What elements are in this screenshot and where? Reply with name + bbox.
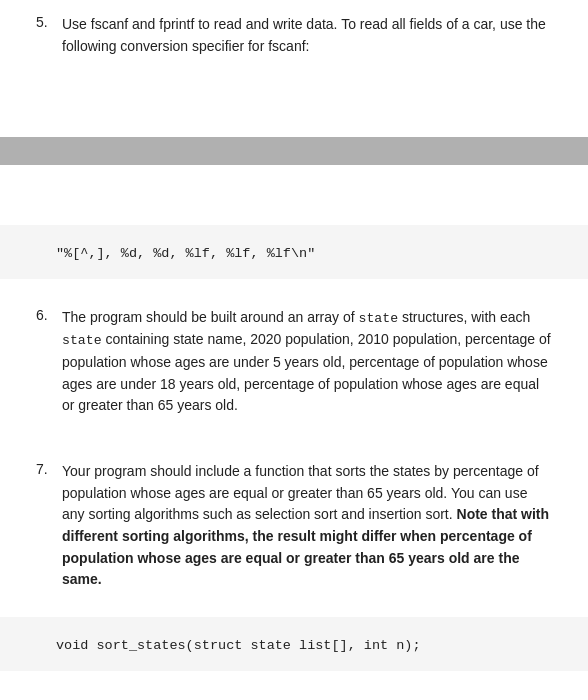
item-6-text-pre: The program should be built around an ar…: [62, 309, 359, 325]
item-7-number: 7.: [36, 461, 54, 591]
section-8: 8. Output file should be in similar form…: [0, 681, 588, 700]
item-6-code-1: state: [359, 311, 399, 326]
spacer-6: [0, 671, 588, 681]
item-5-text: Use fscanf and fprintf to read and write…: [62, 16, 546, 54]
item-6-content: The program should be built around an ar…: [62, 307, 552, 417]
gray-bar: [0, 137, 588, 165]
spacer-5: [0, 607, 588, 617]
item-6-number: 6.: [36, 307, 54, 417]
section-7: 7. Your program should include a functio…: [0, 443, 588, 607]
item-5: 5. Use fscanf and fprintf to read and wr…: [36, 14, 552, 57]
sort-code-block: void sort_states(struct state list[], in…: [0, 617, 588, 671]
spacer-1: [0, 63, 588, 123]
item-6-text-mid2: containing state name, 2020 population, …: [62, 331, 551, 413]
item-7: 7. Your program should include a functio…: [36, 461, 552, 591]
item-6: 6. The program should be built around an…: [36, 307, 552, 417]
spacer-3: [0, 279, 588, 289]
spacer-4: [0, 433, 588, 443]
section-6: 6. The program should be built around an…: [0, 289, 588, 433]
item-7-content: Your program should include a function t…: [62, 461, 552, 591]
item-5-number: 5.: [36, 14, 54, 57]
fscanf-code: "%[^,], %d, %d, %lf, %lf, %lf\n": [56, 246, 315, 261]
section-5: 5. Use fscanf and fprintf to read and wr…: [0, 0, 588, 57]
spacer-2: [0, 165, 588, 225]
item-6-text-mid1: structures, with each: [398, 309, 530, 325]
item-5-content: Use fscanf and fprintf to read and write…: [62, 14, 552, 57]
item-6-code-2: state: [62, 333, 102, 348]
page: 5. Use fscanf and fprintf to read and wr…: [0, 0, 588, 700]
sort-code: void sort_states(struct state list[], in…: [56, 638, 421, 653]
fscanf-code-block: "%[^,], %d, %d, %lf, %lf, %lf\n": [0, 225, 588, 279]
